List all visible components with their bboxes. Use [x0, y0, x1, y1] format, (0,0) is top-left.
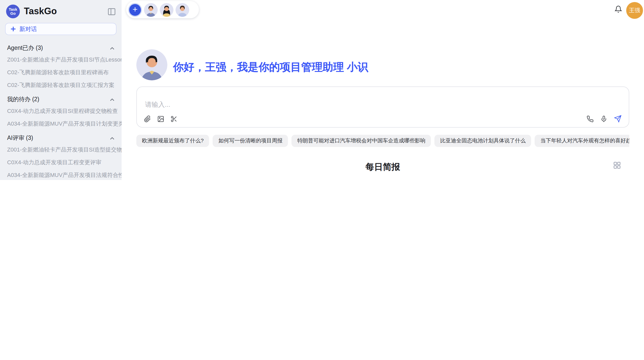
daily-briefing-title: 每日简报	[136, 161, 629, 173]
assistant-avatar-1[interactable]	[144, 3, 158, 17]
assistant-avatar-large	[136, 49, 167, 80]
sidebar-item[interactable]: A034-全新新能源MUV产品开发项目计划变更类编写	[0, 117, 122, 130]
sidebar-item[interactable]: Z001-全新燃油皮卡产品开发项目SI节点Lesson Learn报告	[0, 53, 122, 66]
sidebar-item[interactable]: C02-飞腾新能源轻客改款项目立项汇报方案	[0, 79, 122, 92]
assistant-switcher: +	[126, 1, 199, 18]
notification-bell-icon[interactable]	[614, 5, 622, 13]
chat-input-card	[136, 86, 629, 128]
voice-call-icon[interactable]	[587, 115, 594, 122]
briefing-layout-icon[interactable]	[613, 162, 621, 169]
sidebar-item[interactable]: C0X4-动力总成开发项目工程变更评审	[0, 156, 122, 169]
sidebar-section-ai-review[interactable]: AI评审 (3)	[0, 130, 122, 143]
sidebar-item[interactable]: Z001-全新燃油轻卡产品开发项目SI造型提交物评审	[0, 143, 122, 156]
attachment-icon[interactable]	[144, 115, 151, 123]
plus-icon	[11, 26, 16, 32]
sidebar-item[interactable]: A034-全新新能源MUV产品开发项目法规符合性评审	[0, 169, 122, 180]
suggestion-chip[interactable]: 欧洲新规最近颁布了什么?	[136, 135, 209, 147]
logo-text-line2: Go	[10, 11, 16, 16]
collapse-sidebar-icon[interactable]	[108, 8, 115, 15]
chevron-up-icon	[110, 98, 114, 101]
scissors-icon[interactable]	[170, 115, 178, 123]
assistant-avatar-2[interactable]	[160, 3, 173, 17]
suggestion-chips: 欧洲新规最近颁布了什么? 如何写一份清晰的项目周报 特朗普可能对进口汽车增税会对…	[136, 135, 629, 147]
logo-text-line1: Task	[9, 7, 17, 11]
greeting-text: 你好，王强，我是你的项目管理助理 小识	[173, 60, 368, 74]
sidebar-section-agent-done[interactable]: Agent已办 (3)	[0, 40, 122, 53]
user-name: 王强	[629, 7, 640, 14]
section-label: AI评审 (3)	[7, 134, 33, 142]
sidebar-section-my-todo[interactable]: 我的待办 (2)	[0, 92, 122, 105]
send-icon[interactable]	[614, 115, 622, 123]
new-chat-button[interactable]: 新对话	[5, 23, 116, 35]
chat-input[interactable]	[144, 100, 502, 109]
section-label: 我的待办 (2)	[7, 96, 39, 103]
section-label: Agent已办 (3)	[7, 44, 43, 52]
add-assistant-button[interactable]: +	[128, 3, 142, 17]
app-window: Task Go TaskGo 新对话 Agent已办 (3) Z001-全新燃油…	[0, 0, 644, 180]
suggestion-chip[interactable]: 当下年轻人对汽车外观有怎样的喜好趋势	[535, 135, 629, 147]
suggestion-chip[interactable]: 比亚迪全固态电池计划具体说了什么	[435, 135, 531, 147]
new-chat-label: 新对话	[19, 25, 37, 33]
sidebar: Task Go TaskGo 新对话 Agent已办 (3) Z001-全新燃油…	[0, 0, 122, 180]
sidebar-header: Task Go TaskGo	[0, 0, 122, 21]
chevron-up-icon	[110, 137, 114, 140]
suggestion-chip[interactable]: 如何写一份清晰的项目周报	[213, 135, 288, 147]
chevron-up-icon	[110, 47, 114, 50]
insert-image-icon[interactable]	[157, 115, 164, 123]
microphone-icon[interactable]	[600, 115, 607, 122]
app-title: TaskGo	[24, 6, 104, 17]
sidebar-item[interactable]: C0X4-动力总成开发项目SI里程碑提交物检查	[0, 105, 122, 117]
app-logo: Task Go	[6, 5, 20, 18]
assistant-avatar-3[interactable]	[175, 3, 189, 17]
suggestion-chip[interactable]: 特朗普可能对进口汽车增税会对中国车企造成哪些影响	[292, 135, 431, 147]
user-avatar[interactable]: 王强	[626, 2, 643, 19]
sidebar-item[interactable]: C02-飞腾新能源轻客改款项目里程碑画布	[0, 66, 122, 79]
